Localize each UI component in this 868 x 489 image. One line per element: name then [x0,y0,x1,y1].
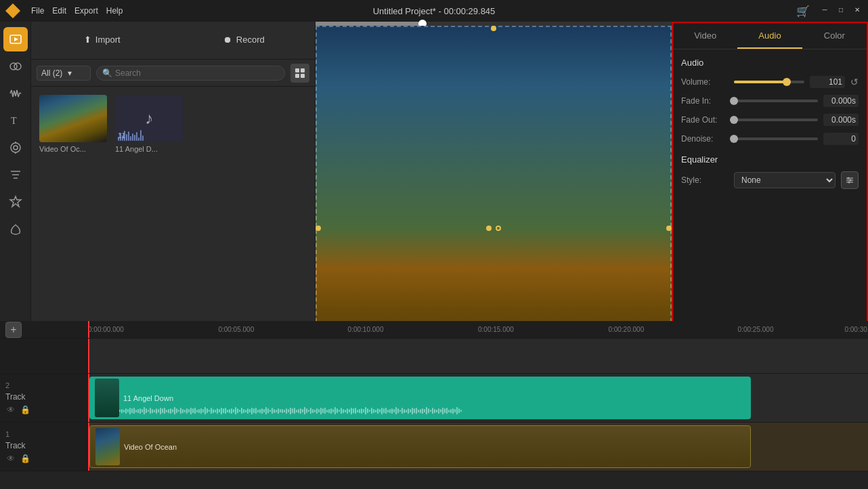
svg-rect-24 [301,74,305,78]
empty-track-row [0,339,868,374]
playhead-track-2 [88,374,89,422]
sidebar-item-stickers[interactable] [3,190,28,214]
handle-left[interactable] [316,226,321,231]
equalizer-settings-button[interactable] [841,171,859,189]
svg-rect-23 [295,74,299,78]
denoise-slider[interactable] [734,137,818,140]
sidebar-item-transitions[interactable] [3,54,28,79]
menu-edit[interactable]: Edit [52,6,66,16]
svg-rect-21 [295,68,299,72]
handle-center-2[interactable] [496,226,501,231]
video-clip[interactable]: Video Of Ocean [89,425,751,468]
audio-clip-label: 11 Angel Down [123,394,173,402]
audio-section-title: Audio [681,58,859,68]
chevron-down-icon: ▾ [68,68,72,78]
svg-rect-22 [301,68,305,72]
svg-text:T: T [11,116,17,126]
ruler-mark-0: 0:00:00.000 [88,326,124,333]
audio-clip[interactable]: 11 Angel Down // Generate waveform bars … [89,377,751,419]
fade-out-slider[interactable] [734,119,818,121]
list-item[interactable]: Video Of Oc... [39,95,107,153]
titlebar: File Edit Export Help Untitled Project* … [0,0,868,22]
fade-out-value: 0.000s [823,114,859,126]
playhead [88,321,89,338]
fade-out-row: Fade Out: 0.000s [681,114,859,126]
clip-thumbnail [95,379,119,417]
track-name-2: Track [5,392,82,402]
record-button[interactable]: ⏺ Record [173,22,316,59]
sidebar-item-audio[interactable] [3,81,28,106]
sidebar-item-overlay[interactable] [3,217,28,241]
center-handles [486,226,501,231]
svg-point-30 [848,182,850,184]
track-2-visibility-button[interactable]: 👁 [5,404,16,415]
table-row: 2 Track 👁 🔒 11 Angel Down // G [0,374,868,423]
tab-video[interactable]: Video [673,23,737,49]
import-icon: ⬆ [84,35,91,45]
media-thumbnail: ♪ 11 [115,95,183,142]
svg-line-9 [17,90,18,97]
ruler-mark-5: 0:00:25.000 [738,326,774,333]
handle-right[interactable] [666,226,672,231]
track-2-controls: 👁 🔒 [5,404,82,415]
track-1-controls: 👁 🔒 [5,453,82,464]
menu-help[interactable]: Help [106,6,123,16]
menu-export[interactable]: Export [74,6,98,16]
list-item[interactable]: ♪ 11 [115,95,183,153]
volume-value: 101 [810,76,845,88]
timeline-ruler: + 0:00:00.000 0:00:05.000 0:00:10.000 0:… [0,321,868,339]
search-input[interactable] [115,68,279,78]
track-2-lock-button[interactable]: 🔒 [19,404,32,415]
media-thumbnail [39,95,107,142]
add-track-button[interactable]: + [5,322,22,338]
style-label: Style: [681,175,729,185]
track-2-header: 2 Track 👁 🔒 [0,374,88,422]
sidebar-item-text[interactable]: T [3,108,28,133]
sidebar-item-effects[interactable] [3,135,28,160]
svg-point-3 [14,63,21,70]
view-toggle-button[interactable] [290,64,309,83]
sidebar-item-filters[interactable] [3,163,28,187]
playhead-line [88,339,89,373]
track-1-content[interactable]: Video Of Ocean [88,423,868,471]
maximize-button[interactable]: □ [836,5,846,16]
track-name-1: Track [5,441,82,450]
import-button[interactable]: ⬆ Import [31,22,173,59]
track-1-header: 1 Track 👁 🔒 [0,423,88,471]
tab-audio[interactable]: Audio [737,23,802,49]
volume-slider[interactable] [734,81,804,83]
sidebar-item-media[interactable] [3,27,28,51]
equalizer-row: Style: None [681,171,859,189]
handle-top[interactable] [491,26,496,31]
media-filter-select[interactable]: All (2) ▾ [37,66,91,81]
svg-point-14 [14,146,18,150]
fade-in-slider[interactable] [734,100,818,102]
svg-marker-1 [14,37,18,41]
import-label: Import [95,35,121,45]
record-label: Record [236,35,265,45]
minimize-button[interactable]: ─ [819,5,830,16]
style-select[interactable]: None [734,172,836,188]
handle-center-1[interactable] [486,226,492,231]
app-logo [5,3,20,18]
ruler-mark-4: 0:00:20.000 [608,326,644,333]
tab-color[interactable]: Color [802,23,867,49]
track-1-lock-button[interactable]: 🔒 [19,453,32,464]
svg-point-28 [848,177,850,179]
track-number-2: 2 [5,381,9,389]
volume-reset-button[interactable]: ↺ [850,77,859,87]
cart-icon[interactable]: 🛒 [796,5,810,18]
svg-line-10 [18,93,20,97]
ruler-mark-2: 0:00:10.000 [348,326,384,333]
volume-row: Volume: 101 ↺ [681,76,859,88]
track-1-visibility-button[interactable]: 👁 [5,453,16,464]
record-icon: ⏺ [223,35,232,45]
titlebar-left: File Edit Export Help [5,3,123,18]
table-row: 1 Track 👁 🔒 Video Of Ocean [0,423,868,471]
track-2-content[interactable]: 11 Angel Down // Generate waveform bars … [88,374,868,422]
ruler-mark-3: 0:00:15.000 [478,326,514,333]
menu-file[interactable]: File [31,6,44,16]
close-button[interactable]: ✕ [852,5,863,16]
svg-marker-20 [10,196,21,207]
fade-in-label: Fade In: [681,96,729,106]
